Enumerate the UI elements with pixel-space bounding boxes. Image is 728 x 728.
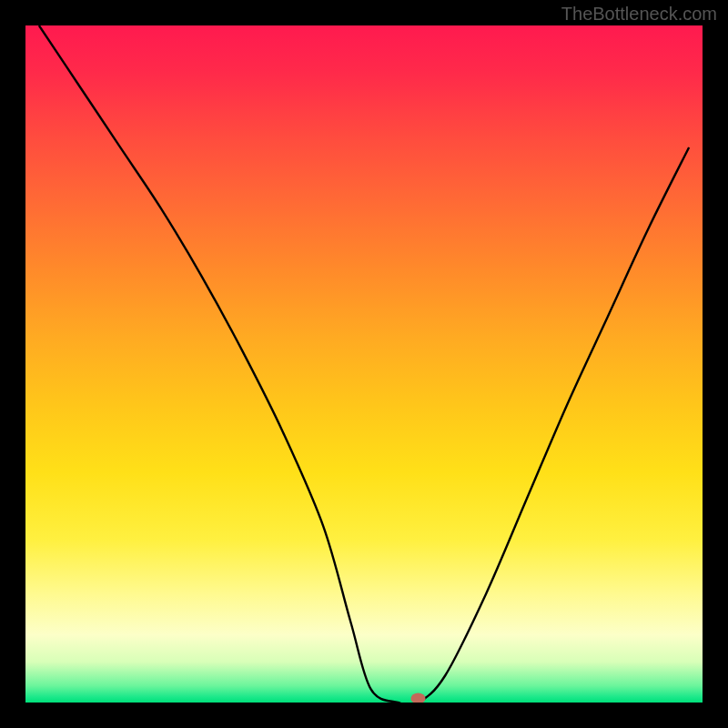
bottleneck-curve [39,25,689,703]
watermark-text: TheBottleneck.com [561,4,717,25]
marker-dot [411,693,426,703]
plot-area [25,25,703,703]
curve-svg [25,25,703,703]
